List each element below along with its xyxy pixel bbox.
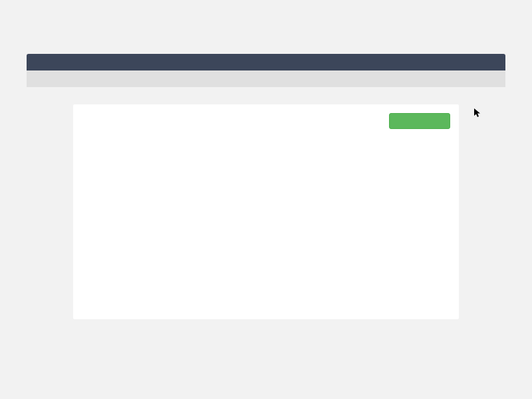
sub-navbar[interactable]: [27, 70, 505, 87]
top-navbar[interactable]: [27, 54, 505, 70]
content-panel: [73, 104, 459, 319]
mouse-cursor: [474, 108, 481, 118]
primary-action-button[interactable]: [389, 113, 450, 129]
